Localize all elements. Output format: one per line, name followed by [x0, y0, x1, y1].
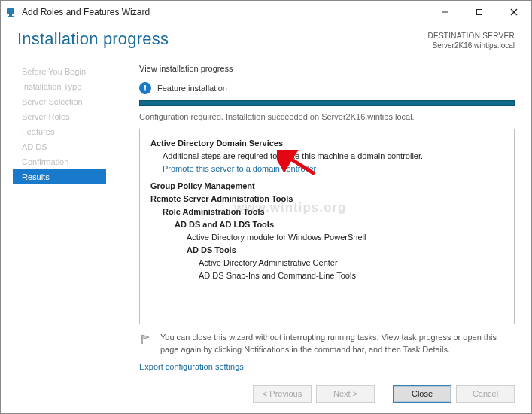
- info-icon: [139, 82, 151, 94]
- export-settings-link[interactable]: Export configuration settings: [139, 362, 515, 371]
- result-rat: Role Administration Tools: [163, 205, 503, 218]
- maximize-button[interactable]: [462, 1, 497, 23]
- result-admodule: Active Directory module for Windows Powe…: [187, 231, 503, 244]
- svg-rect-2: [8, 16, 14, 17]
- step-results: Results: [13, 169, 106, 184]
- promote-server-link[interactable]: Promote this server to a domain controll…: [163, 163, 503, 175]
- window-title: Add Roles and Features Wizard: [22, 7, 150, 17]
- step-confirmation: Confirmation: [1, 154, 106, 169]
- destination-label: DESTINATION SERVER: [427, 31, 515, 41]
- close-button[interactable]: Close: [393, 385, 451, 403]
- step-server-selection: Server Selection: [1, 94, 106, 109]
- title-bar: Add Roles and Features Wizard: [1, 1, 531, 23]
- feature-status-label: Feature installation: [157, 84, 227, 93]
- result-adac: Active Directory Administrative Center: [199, 257, 503, 269]
- task-notification-text: You can close this wizard without interr…: [160, 332, 515, 356]
- page-title: Installation progress: [17, 29, 169, 49]
- step-features: Features: [1, 124, 106, 139]
- step-server-roles: Server Roles: [1, 109, 106, 124]
- wizard-main: View installation progress Feature insta…: [106, 61, 531, 388]
- view-progress-label: View installation progress: [139, 64, 515, 73]
- task-notification-row: You can close this wizard without interr…: [139, 332, 515, 356]
- svg-rect-4: [477, 10, 482, 15]
- destination-value: Server2K16.wintips.local: [427, 41, 515, 50]
- step-installation-type: Installation Type: [1, 79, 106, 94]
- app-icon: [5, 6, 17, 18]
- previous-button: < Previous: [253, 385, 312, 403]
- next-button: Next >: [316, 385, 375, 403]
- result-addstools: AD DS Tools: [187, 244, 503, 257]
- svg-rect-1: [9, 14, 12, 16]
- progress-bar: [139, 100, 515, 106]
- step-ad-ds: AD DS: [1, 139, 106, 154]
- result-adds-heading: Active Directory Domain Services: [150, 137, 503, 150]
- wizard-footer: < Previous Next > Close Cancel: [1, 382, 531, 413]
- flag-icon: [139, 333, 153, 346]
- configuration-message: Configuration required. Installation suc…: [139, 112, 515, 121]
- svg-point-7: [144, 85, 146, 87]
- result-rsat: Remote Server Administration Tools: [150, 193, 503, 205]
- step-before-you-begin: Before You Begin: [1, 64, 106, 79]
- result-adlds: AD DS and AD LDS Tools: [175, 218, 503, 231]
- svg-rect-0: [7, 8, 14, 14]
- svg-rect-8: [144, 87, 146, 91]
- status-row: Feature installation: [139, 82, 515, 94]
- cancel-button: Cancel: [456, 385, 515, 403]
- close-window-button[interactable]: [497, 1, 531, 23]
- result-adds-note: Additional steps are required to make th…: [163, 150, 503, 163]
- result-snapins: AD DS Snap-Ins and Command-Line Tools: [199, 269, 503, 282]
- wizard-sidebar: Before You Begin Installation Type Serve…: [1, 61, 106, 388]
- result-gpm: Group Policy Management: [150, 180, 503, 193]
- destination-server-block: DESTINATION SERVER Server2K16.wintips.lo…: [427, 29, 515, 50]
- minimize-button[interactable]: [427, 1, 462, 23]
- results-panel: Active Directory Domain Services Additio…: [139, 129, 515, 324]
- wizard-header: Installation progress DESTINATION SERVER…: [1, 23, 531, 61]
